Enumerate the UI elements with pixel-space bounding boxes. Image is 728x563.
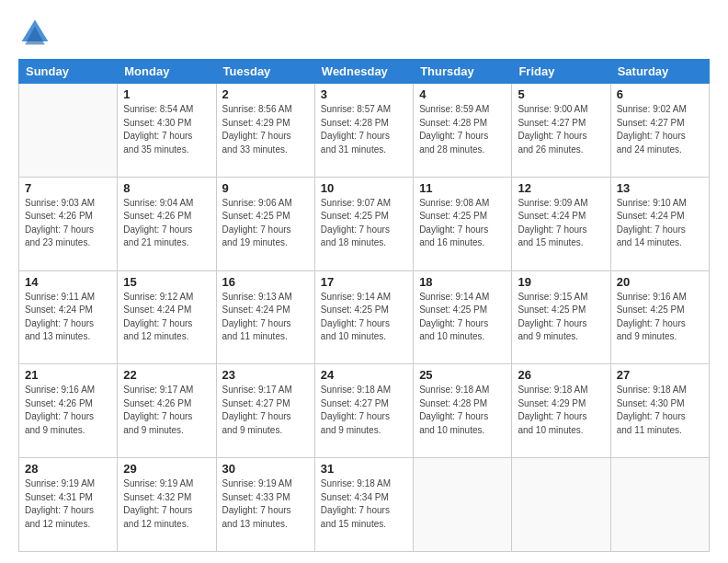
day-number: 16 bbox=[222, 275, 309, 289]
day-info: Sunrise: 9:10 AM Sunset: 4:24 PM Dayligh… bbox=[617, 197, 703, 250]
header-day-friday: Friday bbox=[512, 60, 610, 84]
day-info: Sunrise: 9:17 AM Sunset: 4:27 PM Dayligh… bbox=[222, 384, 309, 437]
day-number: 7 bbox=[25, 181, 111, 195]
day-number: 3 bbox=[321, 87, 407, 101]
calendar-cell: 3Sunrise: 8:57 AM Sunset: 4:28 PM Daylig… bbox=[314, 84, 413, 178]
day-number: 13 bbox=[617, 181, 703, 195]
day-info: Sunrise: 9:18 AM Sunset: 4:29 PM Dayligh… bbox=[518, 384, 604, 437]
calendar-cell: 1Sunrise: 8:54 AM Sunset: 4:30 PM Daylig… bbox=[118, 84, 216, 178]
calendar-cell: 8Sunrise: 9:04 AM Sunset: 4:26 PM Daylig… bbox=[118, 177, 216, 270]
calendar-table: SundayMondayTuesdayWednesdayThursdayFrid… bbox=[18, 59, 710, 552]
calendar-cell: 22Sunrise: 9:17 AM Sunset: 4:26 PM Dayli… bbox=[118, 364, 216, 458]
calendar-cell: 31Sunrise: 9:18 AM Sunset: 4:34 PM Dayli… bbox=[314, 458, 413, 552]
logo bbox=[18, 17, 57, 50]
header-day-saturday: Saturday bbox=[610, 60, 709, 84]
day-number: 28 bbox=[25, 462, 111, 476]
day-info: Sunrise: 9:13 AM Sunset: 4:24 PM Dayligh… bbox=[222, 291, 309, 344]
week-row-3: 14Sunrise: 9:11 AM Sunset: 4:24 PM Dayli… bbox=[19, 270, 710, 364]
calendar-cell: 7Sunrise: 9:03 AM Sunset: 4:26 PM Daylig… bbox=[19, 177, 118, 270]
day-number: 2 bbox=[222, 87, 309, 101]
calendar-cell: 2Sunrise: 8:56 AM Sunset: 4:29 PM Daylig… bbox=[216, 84, 314, 178]
week-row-5: 28Sunrise: 9:19 AM Sunset: 4:31 PM Dayli… bbox=[19, 458, 710, 552]
day-info: Sunrise: 9:06 AM Sunset: 4:25 PM Dayligh… bbox=[222, 197, 309, 250]
day-info: Sunrise: 9:00 AM Sunset: 4:27 PM Dayligh… bbox=[518, 103, 604, 156]
week-row-4: 21Sunrise: 9:16 AM Sunset: 4:26 PM Dayli… bbox=[19, 364, 710, 458]
day-info: Sunrise: 9:18 AM Sunset: 4:27 PM Dayligh… bbox=[321, 384, 407, 437]
calendar-cell: 20Sunrise: 9:16 AM Sunset: 4:25 PM Dayli… bbox=[610, 270, 709, 364]
calendar-cell: 29Sunrise: 9:19 AM Sunset: 4:32 PM Dayli… bbox=[118, 458, 216, 552]
calendar-cell bbox=[512, 458, 610, 552]
day-number: 31 bbox=[321, 462, 407, 476]
day-info: Sunrise: 9:12 AM Sunset: 4:24 PM Dayligh… bbox=[123, 291, 210, 344]
day-info: Sunrise: 9:14 AM Sunset: 4:25 PM Dayligh… bbox=[321, 291, 407, 344]
day-info: Sunrise: 8:57 AM Sunset: 4:28 PM Dayligh… bbox=[321, 103, 407, 156]
header-day-wednesday: Wednesday bbox=[314, 60, 413, 84]
calendar-cell: 16Sunrise: 9:13 AM Sunset: 4:24 PM Dayli… bbox=[216, 270, 314, 364]
day-info: Sunrise: 9:16 AM Sunset: 4:25 PM Dayligh… bbox=[617, 291, 703, 344]
day-number: 6 bbox=[617, 87, 703, 101]
day-info: Sunrise: 8:54 AM Sunset: 4:30 PM Dayligh… bbox=[123, 103, 210, 156]
day-info: Sunrise: 9:11 AM Sunset: 4:24 PM Dayligh… bbox=[25, 291, 111, 344]
calendar-cell: 21Sunrise: 9:16 AM Sunset: 4:26 PM Dayli… bbox=[19, 364, 118, 458]
day-number: 30 bbox=[222, 462, 309, 476]
day-number: 17 bbox=[321, 275, 407, 289]
day-info: Sunrise: 9:03 AM Sunset: 4:26 PM Dayligh… bbox=[25, 197, 111, 250]
page: SundayMondayTuesdayWednesdayThursdayFrid… bbox=[0, 0, 728, 563]
header-day-monday: Monday bbox=[118, 60, 216, 84]
header-day-thursday: Thursday bbox=[414, 60, 512, 84]
calendar-cell: 25Sunrise: 9:18 AM Sunset: 4:28 PM Dayli… bbox=[414, 364, 512, 458]
header bbox=[18, 17, 710, 50]
day-number: 23 bbox=[222, 368, 309, 382]
day-info: Sunrise: 9:02 AM Sunset: 4:27 PM Dayligh… bbox=[617, 103, 703, 156]
day-number: 8 bbox=[123, 181, 210, 195]
day-number: 12 bbox=[518, 181, 604, 195]
calendar-cell: 4Sunrise: 8:59 AM Sunset: 4:28 PM Daylig… bbox=[414, 84, 512, 178]
day-number: 20 bbox=[617, 275, 703, 289]
day-number: 21 bbox=[25, 368, 111, 382]
day-info: Sunrise: 9:19 AM Sunset: 4:31 PM Dayligh… bbox=[25, 477, 111, 531]
calendar-cell: 11Sunrise: 9:08 AM Sunset: 4:25 PM Dayli… bbox=[414, 177, 512, 270]
calendar-cell: 13Sunrise: 9:10 AM Sunset: 4:24 PM Dayli… bbox=[610, 177, 709, 270]
header-day-sunday: Sunday bbox=[19, 60, 118, 84]
calendar-cell: 26Sunrise: 9:18 AM Sunset: 4:29 PM Dayli… bbox=[512, 364, 610, 458]
calendar-cell: 6Sunrise: 9:02 AM Sunset: 4:27 PM Daylig… bbox=[610, 84, 709, 178]
day-info: Sunrise: 9:07 AM Sunset: 4:25 PM Dayligh… bbox=[321, 197, 407, 250]
calendar-cell: 18Sunrise: 9:14 AM Sunset: 4:25 PM Dayli… bbox=[414, 270, 512, 364]
day-info: Sunrise: 9:04 AM Sunset: 4:26 PM Dayligh… bbox=[123, 197, 210, 250]
calendar-cell: 30Sunrise: 9:19 AM Sunset: 4:33 PM Dayli… bbox=[216, 458, 314, 552]
calendar-cell: 14Sunrise: 9:11 AM Sunset: 4:24 PM Dayli… bbox=[19, 270, 118, 364]
day-number: 1 bbox=[123, 87, 210, 101]
day-number: 25 bbox=[419, 368, 506, 382]
day-number: 11 bbox=[419, 181, 506, 195]
calendar-cell: 27Sunrise: 9:18 AM Sunset: 4:30 PM Dayli… bbox=[610, 364, 709, 458]
day-info: Sunrise: 9:19 AM Sunset: 4:33 PM Dayligh… bbox=[222, 477, 309, 531]
day-number: 24 bbox=[321, 368, 407, 382]
day-info: Sunrise: 9:19 AM Sunset: 4:32 PM Dayligh… bbox=[123, 477, 210, 531]
day-info: Sunrise: 9:18 AM Sunset: 4:30 PM Dayligh… bbox=[617, 384, 703, 437]
calendar-cell: 12Sunrise: 9:09 AM Sunset: 4:24 PM Dayli… bbox=[512, 177, 610, 270]
day-info: Sunrise: 9:18 AM Sunset: 4:28 PM Dayligh… bbox=[419, 384, 506, 437]
header-day-tuesday: Tuesday bbox=[216, 60, 314, 84]
day-number: 29 bbox=[123, 462, 210, 476]
calendar-cell: 23Sunrise: 9:17 AM Sunset: 4:27 PM Dayli… bbox=[216, 364, 314, 458]
day-info: Sunrise: 9:09 AM Sunset: 4:24 PM Dayligh… bbox=[518, 197, 604, 250]
calendar-header: SundayMondayTuesdayWednesdayThursdayFrid… bbox=[19, 60, 710, 84]
day-number: 18 bbox=[419, 275, 506, 289]
calendar-cell: 9Sunrise: 9:06 AM Sunset: 4:25 PM Daylig… bbox=[216, 177, 314, 270]
header-row: SundayMondayTuesdayWednesdayThursdayFrid… bbox=[19, 60, 710, 84]
day-info: Sunrise: 9:16 AM Sunset: 4:26 PM Dayligh… bbox=[25, 384, 111, 437]
day-info: Sunrise: 8:56 AM Sunset: 4:29 PM Dayligh… bbox=[222, 103, 309, 156]
calendar-cell: 28Sunrise: 9:19 AM Sunset: 4:31 PM Dayli… bbox=[19, 458, 118, 552]
calendar-cell: 24Sunrise: 9:18 AM Sunset: 4:27 PM Dayli… bbox=[314, 364, 413, 458]
day-info: Sunrise: 9:18 AM Sunset: 4:34 PM Dayligh… bbox=[321, 477, 407, 531]
day-info: Sunrise: 9:17 AM Sunset: 4:26 PM Dayligh… bbox=[123, 384, 210, 437]
day-number: 22 bbox=[123, 368, 210, 382]
week-row-1: 1Sunrise: 8:54 AM Sunset: 4:30 PM Daylig… bbox=[19, 84, 710, 178]
day-number: 26 bbox=[518, 368, 604, 382]
week-row-2: 7Sunrise: 9:03 AM Sunset: 4:26 PM Daylig… bbox=[19, 177, 710, 270]
day-info: Sunrise: 9:14 AM Sunset: 4:25 PM Dayligh… bbox=[419, 291, 506, 344]
day-info: Sunrise: 8:59 AM Sunset: 4:28 PM Dayligh… bbox=[419, 103, 506, 156]
day-number: 5 bbox=[518, 87, 604, 101]
day-info: Sunrise: 9:08 AM Sunset: 4:25 PM Dayligh… bbox=[419, 197, 506, 250]
calendar-cell: 10Sunrise: 9:07 AM Sunset: 4:25 PM Dayli… bbox=[314, 177, 413, 270]
